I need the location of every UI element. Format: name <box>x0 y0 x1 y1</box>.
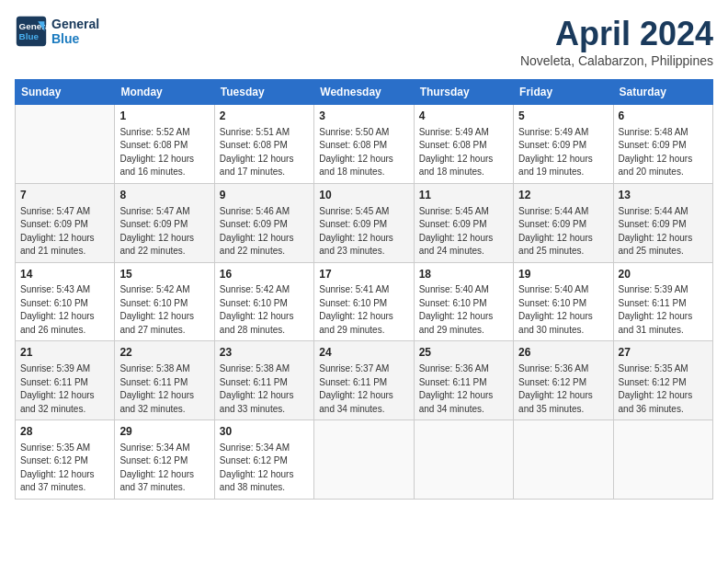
day-info: Sunrise: 5:40 AM Sunset: 6:10 PM Dayligh… <box>518 283 608 337</box>
day-info: Sunrise: 5:50 AM Sunset: 6:08 PM Dayligh… <box>319 126 408 179</box>
day-number: 19 <box>518 267 608 282</box>
calendar-cell: 2Sunrise: 5:51 AM Sunset: 6:08 PM Daylig… <box>214 105 313 184</box>
day-info: Sunrise: 5:51 AM Sunset: 6:08 PM Dayligh… <box>220 126 309 179</box>
calendar-cell: 28Sunrise: 5:35 AM Sunset: 6:12 PM Dayli… <box>16 420 115 500</box>
day-info: Sunrise: 5:49 AM Sunset: 6:08 PM Dayligh… <box>419 126 508 179</box>
day-number: 12 <box>518 188 608 203</box>
day-number: 11 <box>419 188 508 203</box>
calendar-cell: 25Sunrise: 5:36 AM Sunset: 6:11 PM Dayli… <box>414 341 513 420</box>
calendar-cell: 22Sunrise: 5:38 AM Sunset: 6:11 PM Dayli… <box>115 341 214 420</box>
calendar-cell: 23Sunrise: 5:38 AM Sunset: 6:11 PM Dayli… <box>214 341 313 420</box>
day-info: Sunrise: 5:44 AM Sunset: 6:09 PM Dayligh… <box>518 205 608 259</box>
day-info: Sunrise: 5:34 AM Sunset: 6:12 PM Dayligh… <box>119 442 209 495</box>
logo-text-blue: Blue <box>51 31 99 46</box>
day-number: 3 <box>319 109 408 124</box>
calendar-cell: 29Sunrise: 5:34 AM Sunset: 6:12 PM Dayli… <box>115 420 214 500</box>
day-number: 2 <box>220 109 309 124</box>
calendar-cell: 27Sunrise: 5:35 AM Sunset: 6:12 PM Dayli… <box>613 341 712 420</box>
calendar-cell: 16Sunrise: 5:42 AM Sunset: 6:10 PM Dayli… <box>214 262 313 341</box>
calendar-cell: 30Sunrise: 5:34 AM Sunset: 6:12 PM Dayli… <box>214 420 313 500</box>
day-number: 4 <box>419 109 508 124</box>
day-info: Sunrise: 5:39 AM Sunset: 6:11 PM Dayligh… <box>20 362 109 416</box>
page-header: General Blue General Blue April 2024 Nov… <box>15 15 713 68</box>
day-info: Sunrise: 5:40 AM Sunset: 6:10 PM Dayligh… <box>419 283 508 337</box>
calendar-cell <box>514 420 613 500</box>
day-number: 23 <box>220 345 309 361</box>
calendar-cell: 6Sunrise: 5:48 AM Sunset: 6:09 PM Daylig… <box>613 105 712 184</box>
day-number: 26 <box>518 345 608 361</box>
calendar-cell: 14Sunrise: 5:43 AM Sunset: 6:10 PM Dayli… <box>16 262 115 341</box>
day-number: 13 <box>619 188 708 203</box>
calendar-cell: 17Sunrise: 5:41 AM Sunset: 6:10 PM Dayli… <box>314 262 414 341</box>
day-number: 28 <box>20 424 109 440</box>
day-info: Sunrise: 5:46 AM Sunset: 6:09 PM Dayligh… <box>220 205 309 259</box>
day-number: 16 <box>220 267 309 282</box>
day-number: 8 <box>119 188 209 203</box>
weekday-header-saturday: Saturday <box>613 80 712 105</box>
day-number: 20 <box>619 267 708 282</box>
day-info: Sunrise: 5:35 AM Sunset: 6:12 PM Dayligh… <box>619 362 708 416</box>
day-info: Sunrise: 5:42 AM Sunset: 6:10 PM Dayligh… <box>119 283 209 337</box>
calendar-cell: 13Sunrise: 5:44 AM Sunset: 6:09 PM Dayli… <box>613 183 712 262</box>
day-info: Sunrise: 5:37 AM Sunset: 6:11 PM Dayligh… <box>319 362 408 416</box>
day-number: 9 <box>220 188 309 203</box>
day-info: Sunrise: 5:47 AM Sunset: 6:09 PM Dayligh… <box>20 205 109 259</box>
day-number: 6 <box>619 109 708 124</box>
title-block: April 2024 Noveleta, Calabarzon, Philipp… <box>520 15 713 68</box>
day-number: 7 <box>20 188 109 203</box>
day-number: 17 <box>319 267 408 282</box>
calendar-cell: 4Sunrise: 5:49 AM Sunset: 6:08 PM Daylig… <box>414 105 513 184</box>
logo-icon: General Blue <box>15 15 48 48</box>
day-info: Sunrise: 5:36 AM Sunset: 6:12 PM Dayligh… <box>518 362 608 416</box>
day-info: Sunrise: 5:35 AM Sunset: 6:12 PM Dayligh… <box>20 442 109 495</box>
svg-text:Blue: Blue <box>19 31 40 41</box>
day-number: 22 <box>119 345 209 361</box>
day-info: Sunrise: 5:48 AM Sunset: 6:09 PM Dayligh… <box>619 126 708 179</box>
day-info: Sunrise: 5:49 AM Sunset: 6:09 PM Dayligh… <box>518 126 608 179</box>
day-info: Sunrise: 5:45 AM Sunset: 6:09 PM Dayligh… <box>419 205 508 259</box>
day-number: 25 <box>419 345 508 361</box>
day-number: 1 <box>119 109 209 124</box>
day-number: 24 <box>319 345 408 361</box>
day-number: 27 <box>619 345 708 361</box>
weekday-header-friday: Friday <box>514 80 613 105</box>
calendar-cell: 10Sunrise: 5:45 AM Sunset: 6:09 PM Dayli… <box>314 183 414 262</box>
calendar-cell <box>613 420 712 500</box>
day-number: 21 <box>20 345 109 361</box>
calendar-cell: 3Sunrise: 5:50 AM Sunset: 6:08 PM Daylig… <box>314 105 414 184</box>
day-info: Sunrise: 5:47 AM Sunset: 6:09 PM Dayligh… <box>119 205 209 259</box>
calendar-cell: 9Sunrise: 5:46 AM Sunset: 6:09 PM Daylig… <box>214 183 313 262</box>
day-number: 10 <box>319 188 408 203</box>
calendar-cell: 26Sunrise: 5:36 AM Sunset: 6:12 PM Dayli… <box>514 341 613 420</box>
day-info: Sunrise: 5:36 AM Sunset: 6:11 PM Dayligh… <box>419 362 508 416</box>
day-info: Sunrise: 5:52 AM Sunset: 6:08 PM Dayligh… <box>119 126 209 179</box>
calendar-cell: 19Sunrise: 5:40 AM Sunset: 6:10 PM Dayli… <box>514 262 613 341</box>
calendar-cell: 20Sunrise: 5:39 AM Sunset: 6:11 PM Dayli… <box>613 262 712 341</box>
calendar-cell: 12Sunrise: 5:44 AM Sunset: 6:09 PM Dayli… <box>514 183 613 262</box>
calendar-cell: 15Sunrise: 5:42 AM Sunset: 6:10 PM Dayli… <box>115 262 214 341</box>
calendar-cell: 24Sunrise: 5:37 AM Sunset: 6:11 PM Dayli… <box>314 341 414 420</box>
calendar-cell: 18Sunrise: 5:40 AM Sunset: 6:10 PM Dayli… <box>414 262 513 341</box>
day-info: Sunrise: 5:44 AM Sunset: 6:09 PM Dayligh… <box>619 205 708 259</box>
day-info: Sunrise: 5:38 AM Sunset: 6:11 PM Dayligh… <box>220 362 309 416</box>
calendar-cell <box>414 420 513 500</box>
day-info: Sunrise: 5:41 AM Sunset: 6:10 PM Dayligh… <box>319 283 408 337</box>
day-info: Sunrise: 5:38 AM Sunset: 6:11 PM Dayligh… <box>119 362 209 416</box>
calendar-cell: 21Sunrise: 5:39 AM Sunset: 6:11 PM Dayli… <box>16 341 115 420</box>
day-number: 15 <box>119 267 209 282</box>
calendar-cell: 7Sunrise: 5:47 AM Sunset: 6:09 PM Daylig… <box>16 183 115 262</box>
day-info: Sunrise: 5:45 AM Sunset: 6:09 PM Dayligh… <box>319 205 408 259</box>
day-number: 14 <box>20 267 109 282</box>
day-info: Sunrise: 5:39 AM Sunset: 6:11 PM Dayligh… <box>619 283 708 337</box>
day-number: 18 <box>419 267 508 282</box>
logo: General Blue General Blue <box>15 15 99 48</box>
calendar-cell <box>16 105 115 184</box>
calendar-cell: 5Sunrise: 5:49 AM Sunset: 6:09 PM Daylig… <box>514 105 613 184</box>
calendar-subtitle: Noveleta, Calabarzon, Philippines <box>520 53 713 68</box>
weekday-header-sunday: Sunday <box>16 80 115 105</box>
calendar-table: SundayMondayTuesdayWednesdayThursdayFrid… <box>15 79 713 500</box>
calendar-cell: 8Sunrise: 5:47 AM Sunset: 6:09 PM Daylig… <box>115 183 214 262</box>
day-number: 29 <box>119 424 209 440</box>
day-info: Sunrise: 5:34 AM Sunset: 6:12 PM Dayligh… <box>220 442 309 495</box>
weekday-header-monday: Monday <box>115 80 214 105</box>
